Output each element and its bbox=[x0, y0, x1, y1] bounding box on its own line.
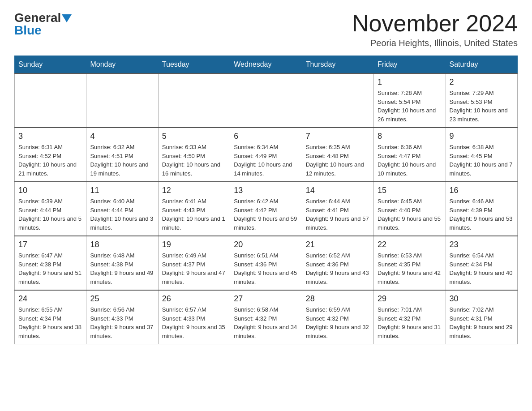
day-info: Sunrise: 6:55 AM Sunset: 4:34 PM Dayligh… bbox=[18, 305, 82, 340]
day-info: Sunrise: 6:57 AM Sunset: 4:33 PM Dayligh… bbox=[162, 305, 226, 340]
header-wednesday: Wednesday bbox=[230, 56, 302, 74]
day-info: Sunrise: 7:02 AM Sunset: 4:31 PM Dayligh… bbox=[450, 305, 514, 340]
logo-blue-text: Blue bbox=[14, 23, 42, 38]
week-row-3: 10Sunrise: 6:39 AM Sunset: 4:44 PM Dayli… bbox=[15, 182, 518, 236]
svg-marker-0 bbox=[62, 14, 72, 22]
day-cell-4-3: 27Sunrise: 6:58 AM Sunset: 4:32 PM Dayli… bbox=[230, 290, 302, 344]
day-cell-2-1: 11Sunrise: 6:40 AM Sunset: 4:44 PM Dayli… bbox=[86, 182, 158, 236]
day-info: Sunrise: 7:29 AM Sunset: 5:53 PM Dayligh… bbox=[450, 89, 514, 124]
day-cell-0-5: 1Sunrise: 7:28 AM Sunset: 5:54 PM Daylig… bbox=[374, 73, 446, 128]
logo-arrow-icon bbox=[62, 14, 72, 22]
day-number: 21 bbox=[306, 240, 370, 249]
day-info: Sunrise: 6:40 AM Sunset: 4:44 PM Dayligh… bbox=[90, 197, 154, 232]
day-info: Sunrise: 6:52 AM Sunset: 4:36 PM Dayligh… bbox=[306, 251, 370, 286]
day-info: Sunrise: 6:36 AM Sunset: 4:47 PM Dayligh… bbox=[378, 143, 442, 178]
day-number: 12 bbox=[162, 186, 226, 195]
day-number: 6 bbox=[234, 132, 298, 141]
week-row-1: 1Sunrise: 7:28 AM Sunset: 5:54 PM Daylig… bbox=[15, 73, 518, 128]
day-number: 28 bbox=[306, 294, 370, 304]
day-info: Sunrise: 6:41 AM Sunset: 4:43 PM Dayligh… bbox=[162, 197, 226, 232]
day-info: Sunrise: 6:51 AM Sunset: 4:36 PM Dayligh… bbox=[234, 251, 298, 286]
day-number: 16 bbox=[450, 186, 514, 195]
day-number: 18 bbox=[90, 240, 154, 249]
day-number: 10 bbox=[18, 186, 82, 195]
day-info: Sunrise: 6:31 AM Sunset: 4:52 PM Dayligh… bbox=[18, 143, 82, 178]
day-number: 20 bbox=[234, 240, 298, 249]
day-info: Sunrise: 6:33 AM Sunset: 4:50 PM Dayligh… bbox=[162, 143, 226, 178]
day-number: 14 bbox=[306, 186, 370, 195]
day-cell-1-6: 9Sunrise: 6:38 AM Sunset: 4:45 PM Daylig… bbox=[446, 128, 517, 182]
day-cell-1-5: 8Sunrise: 6:36 AM Sunset: 4:47 PM Daylig… bbox=[374, 128, 446, 182]
day-info: Sunrise: 6:44 AM Sunset: 4:41 PM Dayligh… bbox=[306, 197, 370, 232]
day-number: 4 bbox=[90, 132, 154, 141]
day-cell-0-4 bbox=[302, 73, 373, 128]
day-number: 30 bbox=[450, 294, 514, 304]
day-info: Sunrise: 6:35 AM Sunset: 4:48 PM Dayligh… bbox=[306, 143, 370, 178]
day-cell-2-4: 14Sunrise: 6:44 AM Sunset: 4:41 PM Dayli… bbox=[302, 182, 373, 236]
day-cell-2-5: 15Sunrise: 6:45 AM Sunset: 4:40 PM Dayli… bbox=[374, 182, 446, 236]
day-number: 15 bbox=[378, 186, 442, 195]
day-number: 27 bbox=[234, 294, 298, 304]
day-cell-0-6: 2Sunrise: 7:29 AM Sunset: 5:53 PM Daylig… bbox=[446, 73, 517, 128]
day-cell-2-6: 16Sunrise: 6:46 AM Sunset: 4:39 PM Dayli… bbox=[446, 182, 517, 236]
day-info: Sunrise: 6:54 AM Sunset: 4:34 PM Dayligh… bbox=[450, 251, 514, 286]
day-cell-3-5: 22Sunrise: 6:53 AM Sunset: 4:35 PM Dayli… bbox=[374, 236, 446, 290]
day-info: Sunrise: 6:47 AM Sunset: 4:38 PM Dayligh… bbox=[18, 251, 82, 286]
day-number: 1 bbox=[378, 77, 442, 87]
day-cell-4-6: 30Sunrise: 7:02 AM Sunset: 4:31 PM Dayli… bbox=[446, 290, 517, 344]
header-saturday: Saturday bbox=[446, 56, 517, 74]
day-number: 13 bbox=[234, 186, 298, 195]
day-info: Sunrise: 6:42 AM Sunset: 4:42 PM Dayligh… bbox=[234, 197, 298, 232]
day-cell-2-3: 13Sunrise: 6:42 AM Sunset: 4:42 PM Dayli… bbox=[230, 182, 302, 236]
day-info: Sunrise: 6:38 AM Sunset: 4:45 PM Dayligh… bbox=[450, 143, 514, 178]
day-cell-4-0: 24Sunrise: 6:55 AM Sunset: 4:34 PM Dayli… bbox=[15, 290, 86, 344]
week-row-2: 3Sunrise: 6:31 AM Sunset: 4:52 PM Daylig… bbox=[15, 128, 518, 182]
day-cell-2-2: 12Sunrise: 6:41 AM Sunset: 4:43 PM Dayli… bbox=[158, 182, 230, 236]
header-sunday: Sunday bbox=[15, 56, 86, 74]
day-cell-4-2: 26Sunrise: 6:57 AM Sunset: 4:33 PM Dayli… bbox=[158, 290, 230, 344]
day-info: Sunrise: 7:01 AM Sunset: 4:32 PM Dayligh… bbox=[378, 305, 442, 340]
day-cell-4-4: 28Sunrise: 6:59 AM Sunset: 4:32 PM Dayli… bbox=[302, 290, 373, 344]
day-cell-3-6: 23Sunrise: 6:54 AM Sunset: 4:34 PM Dayli… bbox=[446, 236, 517, 290]
day-cell-3-0: 17Sunrise: 6:47 AM Sunset: 4:38 PM Dayli… bbox=[15, 236, 86, 290]
day-number: 7 bbox=[306, 132, 370, 141]
month-title: November 2024 bbox=[352, 11, 518, 36]
week-row-5: 24Sunrise: 6:55 AM Sunset: 4:34 PM Dayli… bbox=[15, 290, 518, 344]
day-number: 24 bbox=[18, 294, 82, 304]
title-block: November 2024 Peoria Heights, Illinois, … bbox=[352, 11, 518, 48]
day-info: Sunrise: 6:58 AM Sunset: 4:32 PM Dayligh… bbox=[234, 305, 298, 340]
day-cell-0-3 bbox=[230, 73, 302, 128]
day-cell-1-2: 5Sunrise: 6:33 AM Sunset: 4:50 PM Daylig… bbox=[158, 128, 230, 182]
day-number: 9 bbox=[450, 132, 514, 141]
day-number: 23 bbox=[450, 240, 514, 249]
day-info: Sunrise: 6:59 AM Sunset: 4:32 PM Dayligh… bbox=[306, 305, 370, 340]
day-number: 22 bbox=[378, 240, 442, 249]
calendar-table: SundayMondayTuesdayWednesdayThursdayFrid… bbox=[14, 56, 518, 344]
day-cell-0-0 bbox=[15, 73, 86, 128]
day-cell-1-3: 6Sunrise: 6:34 AM Sunset: 4:49 PM Daylig… bbox=[230, 128, 302, 182]
day-cell-3-2: 19Sunrise: 6:49 AM Sunset: 4:37 PM Dayli… bbox=[158, 236, 230, 290]
day-cell-4-5: 29Sunrise: 7:01 AM Sunset: 4:32 PM Dayli… bbox=[374, 290, 446, 344]
day-cell-2-0: 10Sunrise: 6:39 AM Sunset: 4:44 PM Dayli… bbox=[15, 182, 86, 236]
header-thursday: Thursday bbox=[302, 56, 373, 74]
day-cell-3-1: 18Sunrise: 6:48 AM Sunset: 4:38 PM Dayli… bbox=[86, 236, 158, 290]
day-cell-3-4: 21Sunrise: 6:52 AM Sunset: 4:36 PM Dayli… bbox=[302, 236, 373, 290]
day-number: 19 bbox=[162, 240, 226, 249]
day-cell-4-1: 25Sunrise: 6:56 AM Sunset: 4:33 PM Dayli… bbox=[86, 290, 158, 344]
day-info: Sunrise: 6:48 AM Sunset: 4:38 PM Dayligh… bbox=[90, 251, 154, 286]
day-cell-1-4: 7Sunrise: 6:35 AM Sunset: 4:48 PM Daylig… bbox=[302, 128, 373, 182]
day-number: 5 bbox=[162, 132, 226, 141]
day-info: Sunrise: 6:56 AM Sunset: 4:33 PM Dayligh… bbox=[90, 305, 154, 340]
day-number: 25 bbox=[90, 294, 154, 304]
page-header: General Blue November 2024 Peoria Height… bbox=[14, 11, 518, 48]
day-number: 2 bbox=[450, 77, 514, 87]
header-tuesday: Tuesday bbox=[158, 56, 230, 74]
day-number: 8 bbox=[378, 132, 442, 141]
day-number: 3 bbox=[18, 132, 82, 141]
day-number: 29 bbox=[378, 294, 442, 304]
day-cell-3-3: 20Sunrise: 6:51 AM Sunset: 4:36 PM Dayli… bbox=[230, 236, 302, 290]
day-cell-1-1: 4Sunrise: 6:32 AM Sunset: 4:51 PM Daylig… bbox=[86, 128, 158, 182]
day-info: Sunrise: 6:46 AM Sunset: 4:39 PM Dayligh… bbox=[450, 197, 514, 232]
day-number: 11 bbox=[90, 186, 154, 195]
calendar-header-row: SundayMondayTuesdayWednesdayThursdayFrid… bbox=[15, 56, 518, 74]
